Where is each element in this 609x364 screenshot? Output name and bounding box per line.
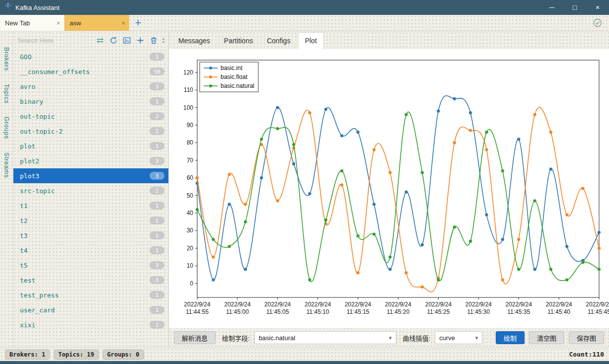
minimize-button[interactable]: ─: [540, 0, 563, 15]
field-select[interactable]: basic.natural ▾: [254, 331, 396, 344]
scroll-down-icon[interactable]: ▼: [162, 40, 165, 44]
topic-row-xixi[interactable]: xixi1: [13, 317, 168, 332]
svg-text:11:44:55: 11:44:55: [186, 308, 209, 315]
status-badge-topics: Topics: 19: [54, 350, 98, 360]
svg-text:80: 80: [187, 139, 194, 146]
topic-name: t1: [20, 202, 28, 210]
topic-row-plot[interactable]: plot1: [13, 139, 168, 153]
svg-text:11:45:25: 11:45:25: [427, 308, 450, 315]
svg-text:2022/9/24: 2022/9/24: [506, 301, 533, 308]
export-image-icon[interactable]: [120, 34, 134, 47]
svg-text:60: 60: [187, 174, 194, 181]
side-tab-topics[interactable]: Topics: [3, 84, 10, 104]
topic-row-__consumer_offsets[interactable]: __consumer_offsets50: [13, 64, 168, 79]
topic-row-avro[interactable]: avro1: [13, 79, 168, 94]
topic-row-t5[interactable]: t53: [13, 258, 168, 273]
svg-text:basic.int: basic.int: [221, 65, 243, 72]
partition-count-badge: 1: [150, 142, 164, 150]
partition-count-badge: 2: [150, 187, 164, 195]
svg-text:11:45:45: 11:45:45: [588, 308, 609, 315]
tab-messages[interactable]: Messages: [172, 33, 217, 49]
topic-row-t4[interactable]: t41: [13, 243, 168, 258]
topic-name: out-topic: [20, 113, 55, 120]
topic-row-binary[interactable]: binary1: [13, 94, 168, 109]
topic-row-test[interactable]: test3: [13, 273, 168, 288]
tab-label: asw: [70, 19, 81, 27]
svg-text:11:45:40: 11:45:40: [547, 308, 570, 315]
topic-name: avro: [20, 83, 35, 90]
draw-button[interactable]: 绘制: [496, 331, 525, 344]
partition-count-badge: 1: [150, 82, 164, 90]
search-input[interactable]: [17, 37, 93, 44]
plot-controls: 解析消息 绘制字段: basic.natural ▾ 曲线插值: curve ▾…: [169, 328, 609, 347]
svg-text:11:45:15: 11:45:15: [347, 308, 370, 315]
topic-row-plot3[interactable]: plot33: [13, 168, 168, 183]
topic-row-test_press[interactable]: test_press1: [13, 288, 168, 302]
tab-new-tab[interactable]: New Tab×: [0, 15, 65, 31]
tab-strip: New Tab×asw×: [0, 15, 129, 31]
maximize-button[interactable]: □: [563, 0, 586, 15]
clear-plot-button[interactable]: 清空图: [529, 331, 564, 344]
topic-toolbar: ▲ ▼: [13, 31, 168, 49]
svg-text:11:45:10: 11:45:10: [306, 308, 329, 315]
svg-text:2022/9/24: 2022/9/24: [224, 301, 251, 308]
add-topic-icon[interactable]: [134, 34, 147, 47]
partition-count-badge: 1: [150, 231, 164, 239]
topic-row-user_card[interactable]: user_card1: [13, 302, 168, 317]
window-body: BrokersTopicsGroupsStreams: [0, 31, 609, 347]
status-badge-brokers: Brokers: 1: [5, 350, 50, 360]
add-tab-button[interactable]: +: [129, 15, 147, 31]
svg-text:2022/9/24: 2022/9/24: [385, 301, 412, 308]
topic-row-src-topic[interactable]: src-topic2: [13, 183, 168, 198]
svg-text:2022/9/24: 2022/9/24: [545, 301, 572, 308]
close-button[interactable]: ×: [586, 0, 609, 15]
topic-name: GOO: [20, 53, 31, 61]
svg-text:basic.float: basic.float: [221, 73, 248, 80]
topic-name: plot2: [20, 157, 39, 165]
tab-close-icon[interactable]: ×: [121, 19, 125, 27]
topic-row-t3[interactable]: t31: [13, 228, 168, 243]
topic-row-out-topic-2[interactable]: out-topic-22: [13, 124, 168, 139]
partition-count-badge: 1: [150, 291, 164, 299]
svg-text:basic.natural: basic.natural: [221, 82, 254, 89]
refresh-icon[interactable]: [107, 34, 120, 47]
list-scrollbar[interactable]: ▲ ▼: [160, 37, 166, 44]
interpolation-select[interactable]: curve ▾: [435, 331, 482, 344]
sync-icon[interactable]: [93, 34, 107, 47]
topic-row-t2[interactable]: t21: [13, 213, 168, 228]
topic-name: __consumer_offsets: [20, 68, 90, 75]
topic-row-plot2[interactable]: plot23: [13, 153, 168, 168]
svg-text:11:45:20: 11:45:20: [387, 308, 410, 315]
svg-text:2022/9/24: 2022/9/24: [425, 301, 452, 308]
partition-count-badge: 50: [150, 68, 164, 75]
topic-row-GOO[interactable]: GOO1: [13, 49, 168, 64]
topic-list: GOO1__consumer_offsets50avro1binary1out-…: [13, 49, 168, 347]
parse-message-button[interactable]: 解析消息: [174, 331, 216, 344]
connection-ok-icon: [593, 15, 602, 31]
tab-asw[interactable]: asw×: [65, 15, 129, 31]
side-tab-brokers[interactable]: Brokers: [3, 47, 10, 71]
side-tab-groups[interactable]: Groups: [3, 117, 10, 139]
topic-name: t3: [20, 232, 28, 239]
svg-text:2022/9/24: 2022/9/24: [184, 301, 211, 308]
svg-text:90: 90: [187, 122, 194, 129]
tab-partitions[interactable]: Partitions: [218, 33, 259, 49]
topic-row-out-topic[interactable]: out-topic2: [13, 109, 168, 124]
status-badge-groups: Groups: 0: [103, 350, 144, 360]
status-bar: Brokers: 1Topics: 19Groups: 0Count:110: [0, 347, 609, 361]
scroll-up-icon[interactable]: ▲: [162, 37, 165, 40]
topic-name: xixi: [20, 321, 35, 329]
save-plot-button[interactable]: 保存图: [569, 331, 604, 344]
svg-text:40: 40: [187, 210, 194, 217]
tab-configs[interactable]: Configs: [260, 33, 297, 49]
window-controls: ─□×: [540, 0, 609, 15]
window-title: Kafka Assistant: [15, 4, 60, 11]
partition-count-badge: 1: [150, 321, 164, 329]
tab-close-icon[interactable]: ×: [56, 19, 60, 27]
delete-topic-icon[interactable]: [147, 34, 160, 47]
topic-row-t1[interactable]: t11: [13, 198, 168, 213]
svg-text:0: 0: [190, 280, 193, 287]
side-tab-streams[interactable]: Streams: [3, 152, 10, 178]
tab-plot[interactable]: Plot: [298, 32, 324, 49]
topic-name: out-topic-2: [20, 128, 63, 135]
